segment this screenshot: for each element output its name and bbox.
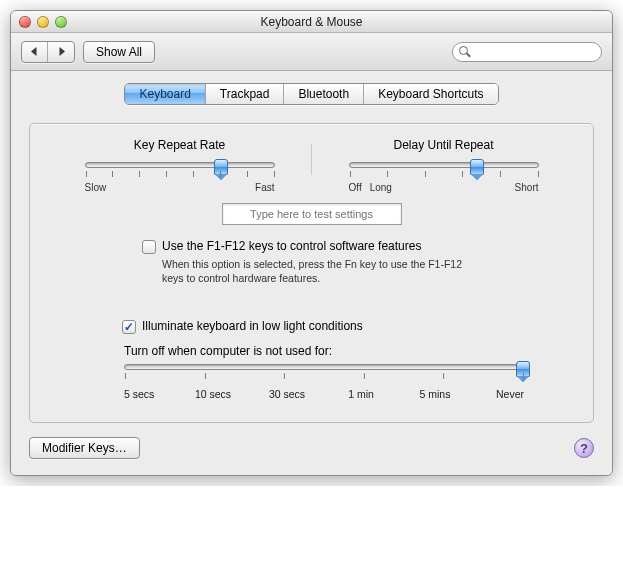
panel-keyboard: Key Repeat Rate Slow Fast Delay Until Re… [29, 123, 594, 423]
show-all-button[interactable]: Show All [83, 41, 155, 63]
illumination-scale-label: 5 secs [124, 388, 164, 400]
illumination-scale-label: 5 mins [410, 388, 460, 400]
tab-trackpad[interactable]: Trackpad [206, 84, 285, 104]
illumination-block: Illuminate keyboard in low light conditi… [122, 319, 571, 400]
illumination-scale-label: 1 min [336, 388, 386, 400]
toolbar: Show All [11, 33, 612, 71]
divider [311, 144, 312, 175]
illumination-slider[interactable] [124, 364, 524, 370]
delay-repeat-slider[interactable] [349, 162, 539, 168]
illumination-sub: Turn off when computer is not used for: [124, 344, 571, 358]
window-title: Keyboard & Mouse [11, 15, 612, 29]
search-icon [459, 46, 470, 58]
key-repeat-max: Fast [255, 182, 274, 193]
zoom-icon[interactable] [55, 16, 67, 28]
close-icon[interactable] [19, 16, 31, 28]
key-repeat-slider[interactable] [85, 162, 275, 168]
fn-keys-label[interactable]: Use the F1-F12 keys to control software … [162, 239, 421, 253]
key-repeat-block: Key Repeat Rate Slow Fast [52, 138, 307, 193]
tab-keyboard[interactable]: Keyboard [125, 84, 205, 104]
illumination-checkbox[interactable] [122, 320, 136, 334]
tab-bluetooth[interactable]: Bluetooth [284, 84, 364, 104]
illumination-label[interactable]: Illuminate keyboard in low light conditi… [142, 319, 363, 333]
content: KeyboardTrackpadBluetoothKeyboard Shortc… [11, 71, 612, 475]
bottom-row: Modifier Keys… ? [29, 437, 594, 459]
search-field[interactable] [452, 42, 602, 62]
delay-repeat-title: Delay Until Repeat [393, 138, 493, 152]
delay-repeat-block: Delay Until Repeat Off Long Short [316, 138, 571, 193]
prefs-window: Keyboard & Mouse Show All KeyboardTrackp… [10, 10, 613, 476]
fn-keys-row: Use the F1-F12 keys to control software … [142, 239, 571, 254]
forward-button[interactable] [48, 42, 74, 62]
slider-thumb[interactable] [214, 159, 228, 175]
tab-keyboard-shortcuts[interactable]: Keyboard Shortcuts [364, 84, 497, 104]
delay-repeat-min: Long [370, 182, 392, 193]
delay-repeat-off: Off [349, 182, 362, 193]
nav-segment [21, 41, 75, 63]
illumination-scale-label: 30 secs [262, 388, 312, 400]
back-button[interactable] [22, 42, 48, 62]
fn-keys-sub: When this option is selected, press the … [162, 257, 482, 285]
key-repeat-min: Slow [85, 182, 107, 193]
delay-repeat-max: Short [515, 182, 539, 193]
key-repeat-title: Key Repeat Rate [134, 138, 225, 152]
illumination-scale-label: Never [484, 388, 524, 400]
test-input[interactable] [222, 203, 402, 225]
slider-thumb[interactable] [470, 159, 484, 175]
fn-keys-checkbox[interactable] [142, 240, 156, 254]
modifier-keys-button[interactable]: Modifier Keys… [29, 437, 140, 459]
traffic-lights [19, 16, 67, 28]
titlebar: Keyboard & Mouse [11, 11, 612, 33]
help-button[interactable]: ? [574, 438, 594, 458]
minimize-icon[interactable] [37, 16, 49, 28]
illumination-scale-label: 10 secs [188, 388, 238, 400]
search-input[interactable] [474, 45, 595, 59]
tabbar: KeyboardTrackpadBluetoothKeyboard Shortc… [29, 83, 594, 105]
